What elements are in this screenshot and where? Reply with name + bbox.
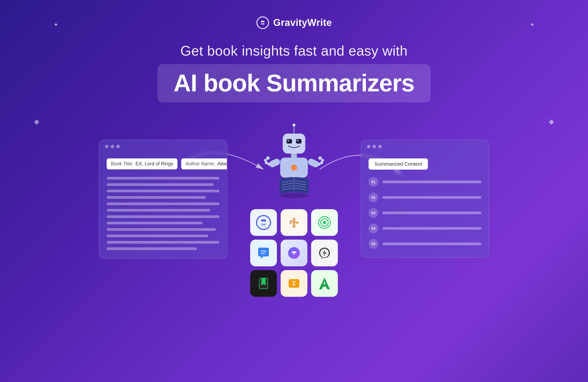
hero-title: AI book Summarizers	[173, 69, 414, 97]
svg-point-0	[257, 17, 269, 29]
line-bar	[382, 196, 481, 199]
text-lines	[107, 177, 219, 250]
app-chat[interactable]	[250, 240, 277, 266]
dot-r2	[373, 145, 376, 148]
book-title-value: EX, Lord of Rings	[136, 161, 173, 167]
svg-point-17	[268, 163, 270, 166]
robot-area	[257, 118, 331, 204]
hero-section: Get book insights fast and easy with AI …	[0, 43, 588, 102]
svg-rect-18	[307, 158, 320, 168]
app-target[interactable]	[311, 209, 338, 236]
svg-point-19	[318, 156, 322, 160]
text-line	[107, 215, 219, 218]
text-line	[107, 196, 206, 199]
app-cactus[interactable]	[281, 209, 307, 236]
text-line	[107, 241, 219, 244]
text-line	[107, 209, 210, 212]
decoration-star-left: ✦	[53, 21, 58, 28]
dot-1	[105, 145, 109, 148]
right-card: Summarized Content 01 02 03 04	[361, 140, 489, 258]
logo-text: GravityWrite	[273, 17, 332, 28]
numbered-lines: 01 02 03 04 05	[369, 177, 481, 249]
app-gravitywrite[interactable]	[250, 209, 277, 236]
dot-r3	[378, 145, 382, 148]
text-line	[107, 183, 214, 186]
svg-rect-6	[287, 139, 292, 144]
line-bar	[382, 227, 481, 230]
line-number-01: 01	[369, 177, 378, 187]
svg-point-32	[257, 216, 270, 229]
svg-point-9	[297, 140, 299, 141]
author-label: Author Name:	[185, 161, 215, 167]
hero-subtitle: Get book insights fast and easy with	[0, 43, 588, 59]
list-item: 04	[369, 224, 481, 233]
svg-point-12	[291, 165, 297, 171]
svg-point-22	[318, 163, 320, 166]
robot-illustration	[259, 121, 329, 201]
app-gradient[interactable]	[281, 240, 307, 266]
line-number-04: 04	[369, 224, 378, 233]
list-item: 03	[369, 208, 481, 218]
text-line	[107, 222, 203, 224]
text-line	[107, 190, 219, 192]
svg-text:Σ: Σ	[292, 280, 296, 287]
hero-title-box: AI book Summarizers	[157, 64, 430, 102]
book-title-label: Book Title:	[111, 161, 133, 167]
svg-rect-38	[292, 226, 296, 227]
svg-rect-35	[290, 220, 291, 224]
app-bookmark[interactable]	[250, 270, 277, 297]
logo-icon	[256, 16, 269, 29]
app-booksum[interactable]: Σ	[281, 270, 307, 297]
svg-point-14	[266, 156, 270, 160]
svg-point-41	[323, 221, 326, 224]
book-title-field[interactable]: Book Title: EX, Lord of Rings	[107, 158, 177, 169]
app-textai[interactable]	[311, 270, 338, 297]
line-bar	[382, 181, 481, 183]
svg-point-23	[279, 193, 309, 198]
svg-rect-33	[293, 218, 295, 226]
line-bar	[382, 212, 481, 214]
dot-r1	[367, 145, 370, 148]
svg-rect-5	[283, 134, 305, 154]
text-line	[107, 235, 208, 237]
dot-3	[116, 145, 120, 148]
line-number-02: 02	[369, 193, 378, 202]
right-card-titlebar	[361, 140, 489, 153]
text-line	[107, 228, 216, 231]
author-value: Albert	[217, 161, 227, 167]
author-name-field[interactable]: Author Name: Albert	[181, 158, 227, 169]
svg-point-4	[292, 123, 295, 126]
left-card-body: Book Title: EX, Lord of Rings Author Nam…	[99, 153, 227, 259]
decoration-star-right: ✦	[530, 21, 535, 28]
app-openai[interactable]	[311, 240, 338, 266]
svg-rect-13	[268, 158, 281, 168]
apps-grid: Σ	[250, 209, 338, 297]
svg-rect-7	[296, 139, 302, 144]
line-bar	[382, 243, 481, 245]
text-line	[107, 202, 219, 205]
center-panel: Σ	[243, 118, 345, 297]
list-item: 01	[369, 177, 481, 187]
line-number-03: 03	[369, 208, 378, 218]
left-card: Book Title: EX, Lord of Rings Author Nam…	[99, 140, 227, 259]
main-content: Book Title: EX, Lord of Rings Author Nam…	[0, 118, 588, 297]
svg-rect-37	[297, 221, 298, 224]
right-card-body: Summarized Content 01 02 03 04	[361, 153, 489, 257]
list-item: 02	[369, 193, 481, 202]
text-line	[107, 177, 219, 180]
svg-rect-10	[291, 154, 297, 158]
dot-2	[111, 145, 114, 148]
list-item: 05	[369, 239, 481, 249]
input-row: Book Title: EX, Lord of Rings Author Nam…	[107, 158, 219, 169]
text-line	[107, 247, 197, 250]
summarized-content-button[interactable]: Summarized Content	[369, 158, 428, 170]
header: GravityWrite	[0, 0, 588, 29]
svg-point-8	[288, 140, 289, 141]
left-card-titlebar	[99, 140, 227, 153]
line-number-05: 05	[369, 239, 378, 249]
